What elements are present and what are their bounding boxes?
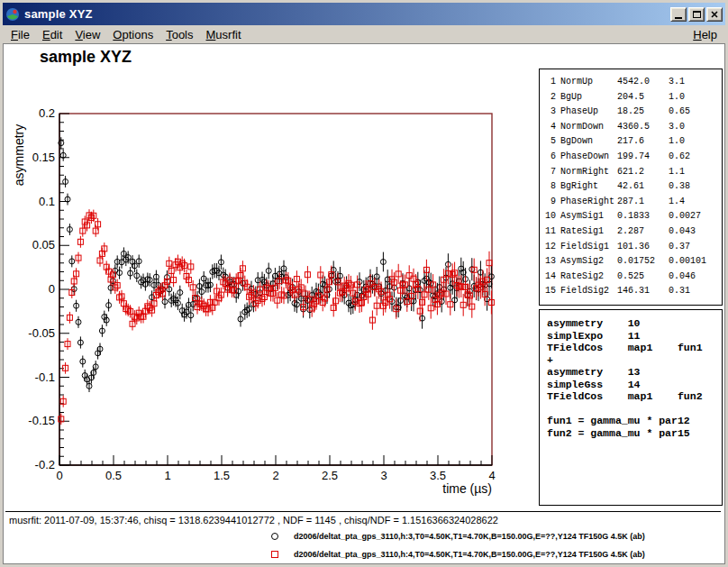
parameter-value: 0.1833 [617, 209, 669, 224]
fit-status-line: musrfit: 2011-07-09, 15:37:46, chisq = 1… [9, 515, 498, 526]
parameter-row: 4NormDown4360.53.0 [545, 120, 722, 135]
parameter-n: 12 [545, 240, 560, 255]
svg-text:time (µs): time (µs) [442, 481, 492, 496]
svg-text:-0.2: -0.2 [35, 458, 55, 471]
menu-musrfit[interactable]: Musrfit [200, 27, 248, 42]
menu-file[interactable]: File [5, 27, 36, 42]
root-canvas: sample XYZ 00.511.522.533.540.20.150.10.… [3, 43, 725, 564]
parameter-row: 6PhaseDown199.740.62 [545, 150, 722, 165]
parameter-row: 5BgDown217.61.0 [545, 134, 722, 150]
theory-line: TFieldCos map1 fun2 [547, 390, 722, 403]
svg-text:0.1: 0.1 [39, 195, 55, 208]
parameter-row: 11RateSig12.2870.043 [545, 224, 722, 240]
parameter-name: BgRight [560, 179, 617, 195]
parameter-error: 0.00101 [669, 254, 722, 270]
parameter-row: 12FieldSig1101.360.37 [545, 240, 722, 255]
parameter-value: 4542.0 [617, 75, 669, 90]
parameter-name: NormRight [560, 165, 617, 180]
parameter-n: 5 [545, 134, 560, 150]
parameter-value: 0.01752 [617, 254, 669, 270]
svg-text:1.5: 1.5 [214, 469, 230, 482]
parameter-n: 8 [545, 179, 560, 195]
parameter-value: 287.1 [617, 195, 669, 210]
theory-line [547, 403, 722, 416]
parameter-n: 3 [545, 105, 560, 120]
parameter-value: 146.31 [617, 284, 669, 299]
parameter-name: RateSig2 [560, 270, 617, 285]
parameter-name: FieldSig2 [560, 284, 617, 299]
parameter-error: 0.046 [669, 270, 722, 285]
parameter-name: PhaseRight [560, 195, 617, 210]
legend-label: d2006/deltat_pta_gps_3110,h:3,T0=4.50K,T… [294, 532, 645, 541]
theory-line: asymmetry 13 [547, 366, 722, 379]
svg-text:3: 3 [380, 469, 387, 482]
svg-text:3.5: 3.5 [430, 469, 446, 482]
menu-help[interactable]: Help [687, 27, 723, 42]
parameter-name: FieldSig1 [560, 240, 617, 255]
parameter-value: 18.25 [617, 105, 669, 120]
parameter-name: AsymSig1 [560, 209, 617, 224]
menu-options[interactable]: Options [106, 27, 159, 42]
theory-line: simplExpo 11 [547, 330, 722, 343]
menu-edit[interactable]: Edit [36, 27, 68, 42]
square-marker-icon [271, 551, 278, 558]
close-icon [711, 11, 718, 18]
parameter-error: 3.0 [669, 120, 722, 135]
svg-text:4: 4 [488, 469, 495, 482]
theory-line: simpleGss 14 [547, 379, 722, 391]
parameter-n: 2 [545, 90, 560, 105]
parameter-value: 2.287 [617, 224, 669, 240]
parameter-error: 0.37 [669, 240, 722, 255]
status-divider [5, 511, 721, 512]
fit-parameter-pane: 1NormUp4542.03.12BgUp204.51.03PhaseUp18.… [539, 69, 723, 306]
menu-tools[interactable]: Tools [159, 27, 199, 42]
svg-text:0.05: 0.05 [32, 238, 55, 251]
theory-pane: asymmetry 10simplExpo 11TFieldCos map1 f… [539, 309, 723, 506]
parameter-error: 0.38 [669, 179, 722, 195]
svg-text:0: 0 [56, 469, 62, 482]
parameter-value: 204.5 [617, 90, 669, 105]
parameter-n: 9 [545, 195, 560, 210]
parameter-n: 7 [545, 165, 560, 180]
parameter-row: 1NormUp4542.03.1 [545, 75, 722, 90]
svg-text:2.5: 2.5 [322, 469, 338, 482]
svg-text:0.15: 0.15 [32, 151, 55, 164]
maximize-icon [693, 11, 701, 18]
legend-label: d2006/deltat_pta_gps_3110,h:4,T0=4.50K,T… [294, 550, 645, 559]
svg-text:-0.1: -0.1 [35, 370, 55, 384]
svg-text:-0.05: -0.05 [28, 326, 55, 340]
parameter-n: 13 [545, 254, 560, 270]
close-button[interactable] [706, 7, 723, 22]
parameter-error: 0.043 [669, 224, 722, 240]
theory-line: fun2 = gamma_mu * par15 [547, 427, 722, 440]
parameter-row: 13AsymSig20.017520.00101 [545, 254, 722, 270]
maximize-button[interactable] [688, 7, 705, 22]
menu-bar: File Edit View Options Tools Musrfit Hel… [3, 25, 725, 43]
svg-text:2: 2 [272, 469, 278, 482]
parameter-name: AsymSig2 [560, 254, 617, 270]
legend-entry: d2006/deltat_pta_gps_3110,h:4,T0=4.50K,T… [4, 545, 724, 563]
parameter-error: 0.65 [669, 105, 722, 120]
svg-text:0.2: 0.2 [39, 106, 55, 120]
svg-text:0.5: 0.5 [105, 469, 122, 482]
svg-text:0: 0 [49, 282, 55, 296]
app-window: sample XYZ File Edit View Options Tools … [0, 0, 728, 567]
parameter-error: 0.31 [669, 284, 722, 299]
minimize-button[interactable] [670, 7, 687, 22]
theory-line: fun1 = gamma_mu * par12 [547, 415, 722, 427]
parameter-n: 14 [545, 270, 560, 285]
parameter-name: RateSig1 [560, 224, 617, 240]
parameter-error: 1.0 [669, 134, 722, 150]
parameter-row: 7NormRight621.21.1 [545, 165, 722, 180]
parameter-error: 1.4 [669, 195, 722, 210]
parameter-name: BgUp [560, 90, 617, 105]
svg-text:1: 1 [164, 469, 170, 482]
parameter-n: 1 [545, 75, 560, 90]
theory-line: + [547, 354, 722, 367]
menu-view[interactable]: View [68, 27, 106, 42]
parameter-row: 3PhaseUp18.250.65 [545, 105, 722, 120]
parameter-name: PhaseDown [560, 150, 617, 165]
parameter-name: BgDown [560, 134, 617, 150]
parameter-error: 1.0 [669, 90, 722, 105]
title-bar[interactable]: sample XYZ [3, 3, 725, 25]
